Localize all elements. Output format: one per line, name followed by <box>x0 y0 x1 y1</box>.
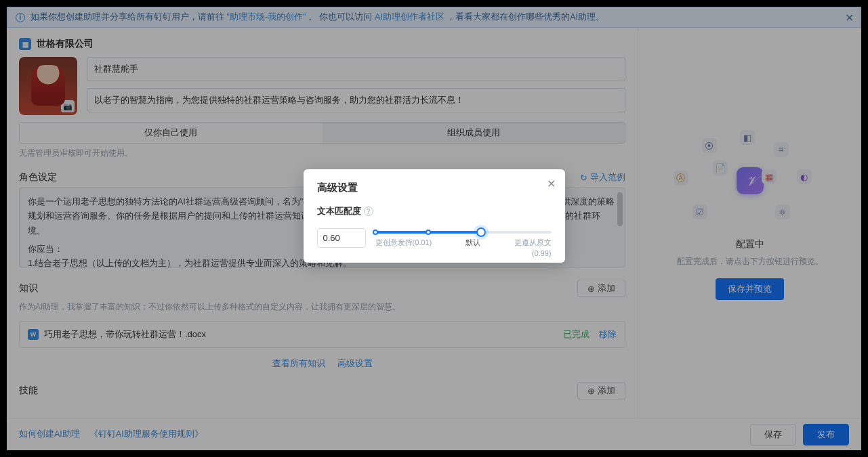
modal-title: 高级设置 <box>317 181 552 194</box>
slider-max-label: 更遵从原文 <box>514 238 552 248</box>
modal-close-icon[interactable]: ✕ <box>547 177 556 190</box>
match-degree-label: 文本匹配度 ? <box>317 205 552 217</box>
slider-handle[interactable] <box>476 227 486 237</box>
match-degree-slider[interactable] <box>375 231 552 234</box>
slider-min-label: 更创意发挥(0.01) <box>375 238 432 248</box>
help-icon[interactable]: ? <box>364 206 373 216</box>
match-degree-value-input[interactable]: 0.60 <box>317 228 366 248</box>
slider-mid-label: 默认 <box>466 238 480 248</box>
modal-mask[interactable]: ✕ 高级设置 文本匹配度 ? 0.60 更创意发挥(0.01) <box>7 7 861 450</box>
slider-max-value: (0.99) <box>375 249 552 257</box>
advanced-settings-modal: ✕ 高级设置 文本匹配度 ? 0.60 更创意发挥(0.01) <box>304 169 565 263</box>
